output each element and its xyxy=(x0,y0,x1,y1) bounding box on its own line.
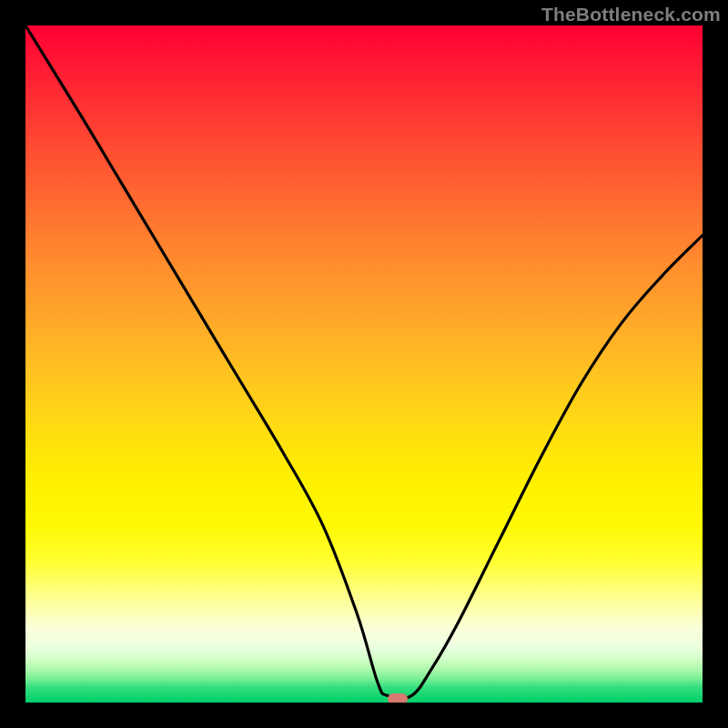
bottleneck-curve xyxy=(25,25,703,703)
optimal-point-marker xyxy=(388,693,408,703)
chart-frame: TheBottleneck.com xyxy=(0,0,728,728)
plot-area xyxy=(25,25,703,703)
watermark-text: TheBottleneck.com xyxy=(541,4,721,25)
